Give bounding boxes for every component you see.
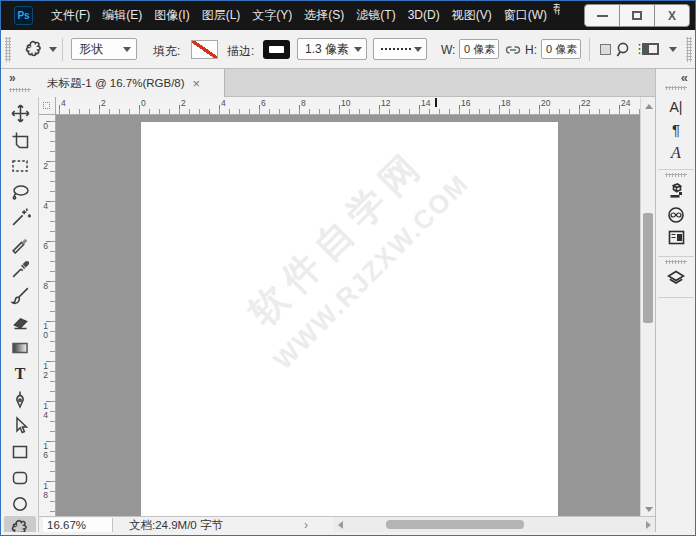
document-tab[interactable]: 未标题-1 @ 16.7%(RGB/8) ×: [39, 69, 225, 97]
tool-eyedropper[interactable]: [4, 257, 36, 282]
v-ruler-label: 1 0: [39, 322, 52, 339]
maximize-icon: [632, 11, 642, 20]
v-ruler-label: 6: [39, 242, 52, 251]
stroke-swatch[interactable]: [263, 40, 290, 59]
vertical-scroll-thumb[interactable]: [643, 213, 653, 323]
scroll-right-icon[interactable]: [646, 521, 651, 529]
maximize-button[interactable]: [619, 5, 654, 26]
menu-file[interactable]: 文件(F): [45, 1, 96, 30]
zoom-level-field[interactable]: 16.67%: [43, 518, 113, 532]
menu-layer[interactable]: 图层(L): [196, 1, 247, 30]
layers-panel-icon[interactable]: [656, 270, 696, 290]
pen-icon: [10, 389, 30, 410]
ruler-origin-box[interactable]: [39, 97, 56, 115]
tool-path-selection[interactable]: [4, 413, 36, 438]
character-panel-icon[interactable]: A|: [656, 99, 696, 115]
gradient-icon: [10, 338, 30, 358]
tool-eraser[interactable]: [4, 309, 36, 334]
v-ruler-label: 1 8: [39, 482, 52, 499]
3d-panel-icon[interactable]: [656, 183, 696, 204]
toolbar-grip[interactable]: [9, 88, 31, 92]
dock-grip[interactable]: [665, 173, 687, 177]
tool-rounded-rectangle[interactable]: [4, 465, 36, 490]
shape-width-field[interactable]: 0 像素: [459, 39, 499, 59]
cc-libraries-panel-icon[interactable]: [656, 206, 696, 228]
document-viewport[interactable]: 软件自学网 WWW.RJZXW.COM: [56, 115, 640, 516]
toolbar-expand-icon[interactable]: »: [9, 71, 16, 85]
stroke-swatch-center: [269, 46, 284, 53]
v-ruler-label: 4: [39, 202, 52, 211]
status-expand-icon[interactable]: ›: [304, 518, 308, 532]
chevron-down-icon: [414, 47, 422, 52]
menu-select[interactable]: 选择(S): [298, 1, 350, 30]
dock-divider: [658, 256, 694, 257]
type-tool-icon: T: [15, 365, 26, 383]
path-operations-icon[interactable]: [600, 44, 611, 55]
tool-rectangle[interactable]: [4, 439, 36, 464]
h-ruler-label: 18: [501, 98, 510, 108]
options-overflow-chevron-icon[interactable]: [669, 47, 677, 52]
glyphs-panel-icon[interactable]: A: [656, 144, 696, 162]
vertical-ruler[interactable]: 024681 01 21 41 61 82 0: [39, 115, 56, 516]
options-grip[interactable]: [5, 37, 11, 62]
tool-crop[interactable]: [4, 127, 36, 152]
tool-preset-chevron-icon[interactable]: [49, 47, 57, 52]
stroke-style-select[interactable]: [373, 38, 427, 60]
v-ruler-label: 1 2: [39, 362, 52, 379]
tool-pen[interactable]: [4, 387, 36, 412]
tool-gradient[interactable]: [4, 335, 36, 360]
link-dimensions-icon[interactable]: [505, 44, 521, 58]
move-icon: [10, 103, 31, 124]
menu-type[interactable]: 文字(Y): [246, 1, 298, 30]
dock-grip[interactable]: [665, 86, 687, 90]
tool-type[interactable]: T: [4, 361, 36, 386]
tool-preset-button[interactable]: [23, 39, 45, 64]
h-ruler-label: 6: [261, 98, 266, 108]
menu-help-clipped[interactable]: 帮: [553, 1, 560, 30]
lasso-icon: [10, 182, 31, 202]
scroll-up-icon[interactable]: [645, 104, 653, 109]
v-ruler-label: 2: [39, 162, 52, 171]
tool-mode-select[interactable]: 形状: [71, 38, 137, 60]
canvas[interactable]: 软件自学网 WWW.RJZXW.COM: [141, 122, 558, 516]
tool-rectangular-marquee[interactable]: [4, 153, 36, 178]
horizontal-scroll-thumb[interactable]: [386, 520, 524, 529]
gear-options-icon[interactable]: [615, 41, 631, 61]
dock-collapse-icon[interactable]: «: [681, 70, 688, 85]
h-ruler-label: 22: [581, 98, 590, 108]
paragraph-panel-icon[interactable]: ¶: [656, 121, 696, 138]
ellipse-icon: [10, 494, 30, 514]
properties-panel-icon[interactable]: [656, 230, 696, 249]
vertical-scrollbar[interactable]: [640, 97, 655, 516]
menu-window[interactable]: 窗口(W): [498, 1, 553, 30]
tool-lasso[interactable]: [4, 179, 36, 204]
tool-healing-brush[interactable]: [4, 231, 36, 256]
options-grip-right[interactable]: [686, 37, 692, 62]
v-ruler-label: 1 4: [39, 402, 52, 419]
menu-3d[interactable]: 3D(D): [402, 1, 446, 30]
fill-swatch[interactable]: [191, 40, 218, 59]
tool-move[interactable]: [4, 101, 36, 126]
stroke-width-field[interactable]: 1.3 像素: [297, 38, 367, 60]
shape-height-field[interactable]: 0 像素: [541, 39, 581, 59]
horizontal-ruler[interactable]: 42024681012141618202224: [56, 97, 640, 115]
v-ruler-label: 8: [39, 282, 52, 291]
status-bar: 16.67% 文档:24.9M/0 字节 ›: [39, 516, 655, 532]
dock-grip[interactable]: [665, 260, 687, 264]
menu-image[interactable]: 图像(I): [148, 1, 195, 30]
close-button[interactable]: X: [654, 5, 689, 26]
horizontal-scrollbar[interactable]: [334, 517, 655, 533]
toolbar-header: »: [1, 69, 39, 97]
scroll-left-icon[interactable]: [338, 521, 343, 529]
tab-close-icon[interactable]: ×: [193, 76, 201, 91]
menu-filter[interactable]: 滤镜(T): [350, 1, 401, 30]
menu-edit[interactable]: 编辑(E): [96, 1, 148, 30]
tool-ellipse[interactable]: [4, 491, 36, 516]
scroll-down-icon[interactable]: [645, 507, 653, 512]
panel-toggle-icon[interactable]: [642, 43, 659, 55]
minimize-button[interactable]: [585, 5, 619, 26]
window-controls: X: [584, 4, 690, 27]
tool-brush[interactable]: [4, 283, 36, 308]
tool-magic-wand[interactable]: [4, 205, 36, 230]
menu-view[interactable]: 视图(V): [446, 1, 498, 30]
